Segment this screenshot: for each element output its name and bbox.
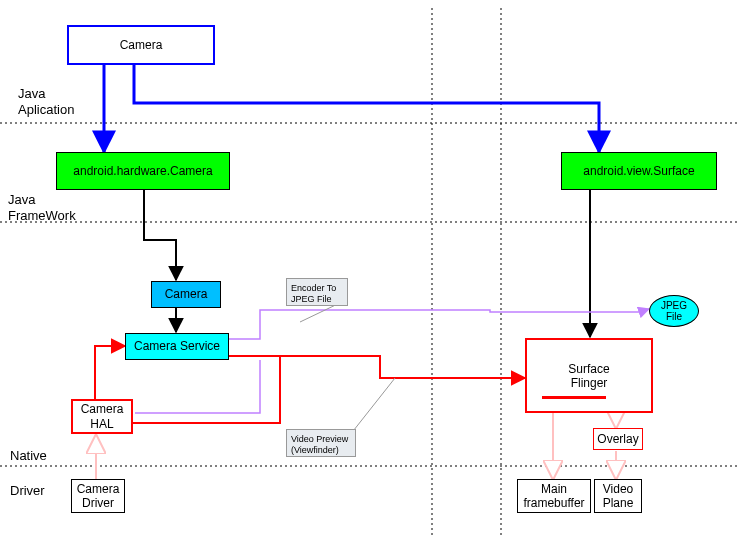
annotation-encoder-jpeg: Encoder To JPEG File <box>286 278 348 306</box>
camera-native-box: Camera <box>151 281 221 308</box>
camera-hal-box: Camera HAL <box>71 399 133 434</box>
camera-app-box: Camera <box>67 25 215 65</box>
main-framebuffer-box: Main framebuffer <box>517 479 591 513</box>
layer-label-java-application: Java Aplication <box>18 86 74 117</box>
overlay-box: Overlay <box>593 428 643 450</box>
annotation-video-preview: Video Preview (Viewfinder) <box>286 429 356 457</box>
android-hardware-camera-box: android.hardware.Camera <box>56 152 230 190</box>
camera-service-box: Camera Service <box>125 333 229 360</box>
layer-label-native: Native <box>10 448 47 464</box>
layer-label-java-framework: Java FrameWork <box>8 192 76 223</box>
android-view-surface-box: android.view.Surface <box>561 152 717 190</box>
surface-flinger-bar <box>542 396 606 399</box>
jpeg-file-ellipse: JPEG File <box>649 295 699 327</box>
surface-flinger-box: Surface Flinger <box>525 338 653 413</box>
video-plane-box: Video Plane <box>594 479 642 513</box>
architecture-diagram: Java Aplication Java FrameWork Native Dr… <box>0 0 737 542</box>
camera-driver-box: Camera Driver <box>71 479 125 513</box>
connector-lines <box>0 0 737 542</box>
layer-label-driver: Driver <box>10 483 45 499</box>
